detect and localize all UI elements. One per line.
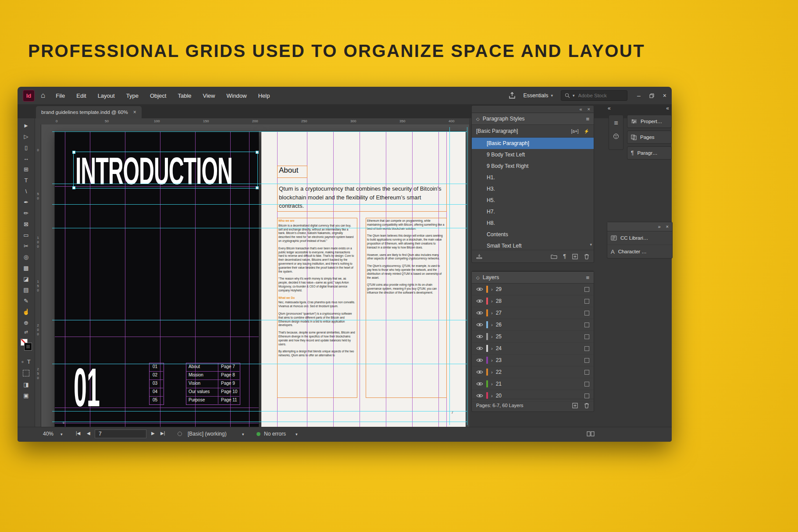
chevron-right-icon[interactable]: › xyxy=(491,310,493,316)
color-theme-icon[interactable] xyxy=(613,133,619,139)
layer-row[interactable]: › 21 xyxy=(472,378,594,390)
ruler-guide[interactable] xyxy=(467,127,467,425)
delete-style-icon[interactable] xyxy=(584,254,589,259)
chevron-down-icon[interactable]: ▾ xyxy=(61,432,63,436)
layer-row[interactable]: › 27 xyxy=(472,307,594,319)
new-layer-icon[interactable] xyxy=(572,403,578,408)
chevron-right-icon[interactable]: › xyxy=(491,358,493,363)
tool-scissors[interactable]: ✂ xyxy=(18,241,35,252)
eye-icon[interactable] xyxy=(476,346,483,351)
layer-row[interactable]: › 23 xyxy=(472,355,594,366)
indesign-logo[interactable]: Id xyxy=(23,90,35,102)
menu-help[interactable]: Help xyxy=(258,92,270,99)
lightning-icon[interactable]: ⚡ xyxy=(584,129,589,134)
ruler-guide[interactable] xyxy=(52,364,467,364)
close-button[interactable]: × xyxy=(663,92,666,99)
menu-layout[interactable]: Layout xyxy=(98,92,115,99)
layer-name[interactable]: 22 xyxy=(496,369,502,375)
layer-target-box[interactable] xyxy=(584,299,589,304)
preflight-errors-label[interactable]: No errors xyxy=(264,431,286,437)
row-guide[interactable] xyxy=(55,423,259,423)
eye-icon[interactable] xyxy=(476,299,483,303)
eye-icon[interactable] xyxy=(476,311,483,315)
eye-icon[interactable] xyxy=(476,287,483,291)
style-row[interactable]: H7. xyxy=(472,206,594,217)
layer-target-box[interactable] xyxy=(584,287,589,292)
spread-view-icon[interactable] xyxy=(587,431,595,436)
style-group-folder-icon[interactable] xyxy=(551,254,557,259)
tool-page[interactable]: ▯ xyxy=(18,142,35,153)
layer-name[interactable]: 25 xyxy=(496,333,502,340)
collapse-dock-icon[interactable]: « xyxy=(666,105,669,111)
load-styles-icon[interactable] xyxy=(476,254,482,259)
style-row[interactable]: H8. xyxy=(472,217,594,229)
column-guide[interactable] xyxy=(360,131,360,427)
preflight-profile[interactable]: [Basic] (working) xyxy=(188,431,227,437)
layer-row[interactable]: › 28 xyxy=(472,295,594,307)
pages-panel-button[interactable]: Pages xyxy=(627,131,672,144)
formatting-affects-text-icon[interactable]: T xyxy=(27,358,31,365)
eye-icon[interactable] xyxy=(476,358,483,362)
style-row[interactable]: H5. xyxy=(472,195,594,206)
menu-edit[interactable]: Edit xyxy=(76,92,86,99)
ruler-guide[interactable] xyxy=(52,320,467,320)
next-page-button[interactable]: ▶ xyxy=(151,431,155,436)
layer-row[interactable]: › 24 xyxy=(472,343,594,355)
chevron-right-icon[interactable]: › xyxy=(491,334,493,339)
delete-layer-icon[interactable] xyxy=(584,403,589,408)
frame-handle[interactable] xyxy=(256,186,259,189)
menu-view[interactable]: View xyxy=(203,92,215,99)
cc-libraries-panel-button[interactable]: CC Librari… xyxy=(607,231,672,245)
row-guide[interactable] xyxy=(55,337,259,337)
tool-gradient-swatch[interactable]: ▩ xyxy=(18,262,35,273)
clear-overrides-icon[interactable]: [a+] xyxy=(571,129,579,134)
expand-dock-icon[interactable]: » xyxy=(658,224,660,229)
paragraph-styles-header[interactable]: ◇ Paragraph Styles ≡ xyxy=(472,113,594,125)
close-icon[interactable]: × xyxy=(666,224,669,229)
layer-name[interactable]: 24 xyxy=(496,345,502,351)
tool-gradient-feather[interactable]: ◪ xyxy=(18,273,35,284)
previous-page-button[interactable]: ◀ xyxy=(87,431,90,436)
ruler-guide[interactable] xyxy=(449,127,450,425)
panel-menu-icon[interactable]: ≡ xyxy=(586,116,589,122)
layer-target-box[interactable] xyxy=(584,311,589,316)
tool-pencil[interactable]: ✏ xyxy=(18,208,35,219)
tool-hand[interactable]: ☝ xyxy=(18,306,35,317)
layer-name[interactable]: 28 xyxy=(496,298,502,304)
layer-row[interactable]: › 22 xyxy=(472,366,594,378)
properties-panel-button[interactable]: Propert… xyxy=(627,115,672,128)
style-row[interactable]: H1. xyxy=(472,172,594,183)
formatting-affects-container-icon[interactable]: ▫ xyxy=(21,358,24,365)
chevron-right-icon[interactable]: › xyxy=(491,322,493,327)
ruler-guide[interactable] xyxy=(52,411,467,411)
layer-name[interactable]: 21 xyxy=(496,381,502,387)
chevron-right-icon[interactable]: › xyxy=(491,298,493,304)
ruler-guide[interactable] xyxy=(52,131,467,132)
last-page-button[interactable]: ▶| xyxy=(160,431,165,436)
minimize-button[interactable]: – xyxy=(637,92,641,99)
home-icon[interactable]: ⌂ xyxy=(41,91,45,100)
stock-search[interactable]: ▾ xyxy=(561,90,627,101)
chevron-down-icon[interactable]: ▾ xyxy=(242,432,244,436)
chevron-right-icon[interactable]: › xyxy=(491,381,493,387)
preview-mode-icon[interactable]: ▣ xyxy=(18,390,35,401)
tool-gap[interactable]: ↔ xyxy=(18,153,35,164)
collapse-dock-icon[interactable]: « xyxy=(608,105,611,111)
style-row[interactable]: [Basic Paragraph] xyxy=(472,138,594,149)
tool-eyedropper[interactable]: ✎ xyxy=(18,295,35,306)
vertical-ruler[interactable]: 0 50 100 150 200 250 xyxy=(35,124,41,427)
close-icon[interactable]: × xyxy=(588,106,590,112)
tool-line[interactable]: \ xyxy=(18,186,35,197)
menu-file[interactable]: File xyxy=(56,92,65,99)
tool-rectangle[interactable]: ▭ xyxy=(18,230,35,241)
character-panel-button[interactable]: A Character … xyxy=(607,245,672,258)
layer-row[interactable]: › 29 xyxy=(472,284,594,295)
layers-header[interactable]: ◇ Layers ≡ xyxy=(472,271,594,284)
eye-icon[interactable] xyxy=(476,334,483,339)
layer-target-box[interactable] xyxy=(584,394,589,398)
layer-name[interactable]: 27 xyxy=(496,310,502,316)
layer-name[interactable]: 23 xyxy=(496,357,502,363)
menu-table[interactable]: Table xyxy=(178,92,191,99)
restore-icon[interactable] xyxy=(649,93,654,98)
horizontal-ruler[interactable]: 0 50 100 150 200 250 300 350 400 xyxy=(35,118,469,125)
